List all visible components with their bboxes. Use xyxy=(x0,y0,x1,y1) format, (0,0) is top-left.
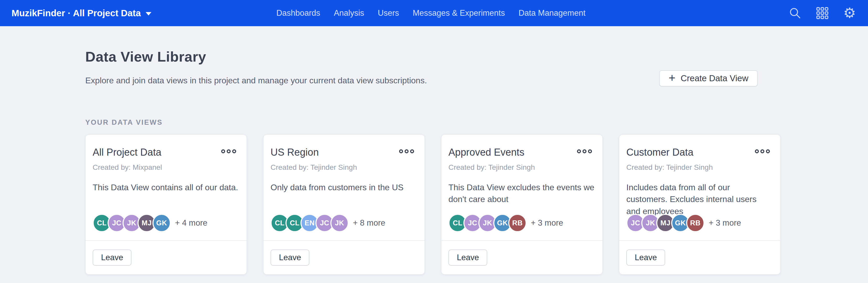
avatar: GK xyxy=(152,214,171,232)
member-avatar-stack: CL CL EN JC JK + 8 more xyxy=(271,214,385,232)
dot xyxy=(755,149,759,153)
page-title: Data View Library xyxy=(85,48,427,65)
card-overflow-menu-icon[interactable] xyxy=(221,149,236,153)
card-created-by: Created by: Tejinder Singh xyxy=(264,158,425,172)
leave-button[interactable]: Leave xyxy=(448,249,487,266)
card-title: Approved Events xyxy=(448,147,524,158)
page-header-row: Data View Library Explore and join data … xyxy=(85,48,781,86)
card-head: US Region xyxy=(264,135,425,158)
card-description: This Data View contains all of our data. xyxy=(86,172,247,193)
card-title: Customer Data xyxy=(626,147,693,158)
project-switcher-label: MuzikFinder · All Project Data xyxy=(11,8,141,19)
page-header-text: Data View Library Explore and join data … xyxy=(85,48,427,85)
card-footer: Leave xyxy=(264,240,425,274)
card-description: Includes data from all of our customers.… xyxy=(619,172,780,217)
page-subtitle: Explore and join data views in this proj… xyxy=(85,76,427,85)
more-members-label: + 3 more xyxy=(531,218,563,228)
data-view-library-page: Data View Library Explore and join data … xyxy=(0,26,868,275)
card-footer: Leave xyxy=(619,240,780,274)
card-head: Customer Data xyxy=(619,135,780,158)
your-data-views-heading: YOUR DATA VIEWS xyxy=(85,118,781,127)
member-avatar-stack: CL JC JK MJ GK + 4 more xyxy=(93,214,207,232)
data-view-card-us-region: US Region Created by: Tejinder Singh Onl… xyxy=(263,134,425,275)
card-created-by: Created by: Tejinder Singh xyxy=(619,158,780,172)
project-switcher[interactable]: MuzikFinder · All Project Data xyxy=(11,8,151,19)
nav-item-data-management[interactable]: Data Management xyxy=(519,8,585,18)
nav-item-messages-experiments[interactable]: Messages & Experiments xyxy=(413,8,505,18)
dot xyxy=(227,149,230,153)
top-nav-bar: MuzikFinder · All Project Data Dashboard… xyxy=(0,0,868,26)
topbar-icon-group: ⚙ xyxy=(788,6,857,20)
settings-gear-icon[interactable]: ⚙ xyxy=(843,6,857,20)
primary-nav: Dashboards Analysis Users Messages & Exp… xyxy=(276,0,585,26)
leave-button[interactable]: Leave xyxy=(271,249,309,266)
card-head: All Project Data xyxy=(86,135,247,158)
dot xyxy=(577,149,581,153)
dot xyxy=(405,149,408,153)
card-description: Only data from customers in the US xyxy=(264,172,425,193)
avatar: RB xyxy=(508,214,527,232)
dot xyxy=(766,149,770,153)
card-title: US Region xyxy=(271,147,319,158)
member-avatar-stack: JC JK MJ GK RB + 3 more xyxy=(626,214,741,232)
dot xyxy=(399,149,403,153)
nav-item-users[interactable]: Users xyxy=(378,8,399,18)
data-view-card-grid: All Project Data Created by: Mixpanel Th… xyxy=(85,134,781,275)
more-members-label: + 8 more xyxy=(353,218,385,228)
card-overflow-menu-icon[interactable] xyxy=(755,149,770,153)
card-title: All Project Data xyxy=(93,147,161,158)
search-icon[interactable] xyxy=(788,6,802,20)
leave-button[interactable]: Leave xyxy=(93,249,131,266)
apps-grid-icon[interactable] xyxy=(815,6,829,20)
data-view-card-customer-data: Customer Data Created by: Tejinder Singh… xyxy=(619,134,781,275)
data-view-card-approved-events: Approved Events Created by: Tejinder Sin… xyxy=(441,134,603,275)
more-members-label: + 3 more xyxy=(709,218,741,228)
nav-item-analysis[interactable]: Analysis xyxy=(334,8,364,18)
member-avatar-stack: CL JC JK GK RB + 3 more xyxy=(448,214,563,232)
avatar: RB xyxy=(686,214,705,232)
card-head: Approved Events xyxy=(441,135,602,158)
card-footer: Leave xyxy=(86,240,247,274)
card-overflow-menu-icon[interactable] xyxy=(577,149,592,153)
chevron-down-icon xyxy=(146,12,151,15)
data-view-card-all-project-data: All Project Data Created by: Mixpanel Th… xyxy=(85,134,247,275)
card-description: This Data View excludes the events we do… xyxy=(441,172,602,206)
create-data-view-label: Create Data View xyxy=(681,73,748,83)
card-overflow-menu-icon[interactable] xyxy=(399,149,414,153)
nav-item-dashboards[interactable]: Dashboards xyxy=(276,8,320,18)
dot xyxy=(410,149,414,153)
card-footer: Leave xyxy=(441,240,602,274)
avatar: JK xyxy=(330,214,349,232)
dot xyxy=(583,149,586,153)
dot xyxy=(588,149,592,153)
more-members-label: + 4 more xyxy=(175,218,207,228)
card-created-by: Created by: Mixpanel xyxy=(86,158,247,172)
dot xyxy=(232,149,236,153)
leave-button[interactable]: Leave xyxy=(626,249,665,266)
dot xyxy=(761,149,764,153)
card-created-by: Created by: Tejinder Singh xyxy=(441,158,602,172)
create-data-view-button[interactable]: + Create Data View xyxy=(659,70,758,86)
dot xyxy=(221,149,225,153)
